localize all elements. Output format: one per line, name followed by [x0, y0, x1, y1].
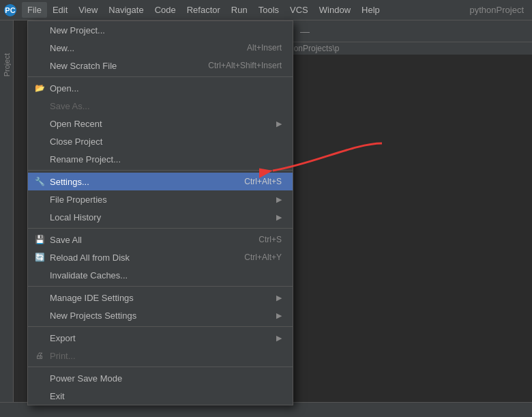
settings-label: Settings... [50, 177, 89, 187]
menu-exit[interactable]: Exit [28, 387, 293, 405]
settings-shortcut: Ctrl+Alt+S [244, 177, 282, 186]
menu-new-project[interactable]: New Project... [28, 21, 293, 39]
separator-4 [28, 286, 293, 287]
close-project-label: Close Project [50, 136, 102, 147]
menu-view[interactable]: View [73, 2, 103, 18]
save-icon: 💾 [33, 235, 46, 244]
menu-invalidate-caches[interactable]: Invalidate Caches... [28, 266, 293, 284]
menu-rename-project[interactable]: Rename Project... [28, 150, 293, 168]
reload-icon: 🔄 [33, 253, 46, 262]
exit-label: Exit [50, 391, 65, 401]
file-properties-label: File Properties [50, 195, 107, 205]
ide-area: ⚙ — pythonProjects\p [273, 20, 532, 417]
menu-edit[interactable]: Edit [47, 2, 73, 18]
print-icon: 🖨 [33, 351, 46, 360]
new-shortcut: Alt+Insert [247, 43, 282, 53]
menu-file-properties[interactable]: File Properties ▶ [28, 190, 293, 208]
save-all-shortcut: Ctrl+S [258, 235, 282, 244]
separator-1 [28, 76, 293, 77]
menu-close-project[interactable]: Close Project [28, 132, 293, 150]
new-label: New... [50, 43, 74, 53]
export-label: Export [50, 333, 76, 343]
menu-window[interactable]: Window [314, 2, 356, 18]
print-label: Print... [50, 351, 76, 361]
separator-5 [28, 326, 293, 327]
app-icon: PC [3, 3, 18, 18]
invalidate-caches-label: Invalidate Caches... [50, 270, 128, 281]
menu-export[interactable]: Export ▶ [28, 329, 293, 347]
new-scratch-label: New Scratch File [50, 61, 117, 71]
separator-3 [28, 228, 293, 229]
menu-save-as: Save As... [28, 97, 293, 115]
new-project-label: New Project... [50, 25, 105, 35]
menu-local-history[interactable]: Local History ▶ [28, 208, 293, 226]
new-projects-settings-arrow: ▶ [276, 311, 282, 320]
menu-new[interactable]: New... Alt+Insert [28, 39, 293, 57]
reload-all-shortcut: Ctrl+Alt+Y [244, 253, 282, 262]
menu-open[interactable]: 📂 Open... [28, 79, 293, 97]
new-scratch-shortcut: Ctrl+Alt+Shift+Insert [208, 61, 282, 70]
menu-open-recent[interactable]: Open Recent ▶ [28, 115, 293, 132]
menu-vcs[interactable]: VCS [284, 2, 314, 18]
menubar: PC File Edit View Navigate Code Refactor… [0, 0, 532, 20]
ide-toolbar: ⚙ — [273, 20, 532, 42]
save-all-label: Save All [50, 235, 82, 245]
svg-text:PC: PC [5, 6, 15, 14]
manage-ide-arrow: ▶ [276, 293, 282, 302]
minimize-icon[interactable]: — [297, 24, 312, 39]
sidebar-project-tab[interactable]: Project [1, 48, 12, 82]
separator-2 [28, 170, 293, 171]
menu-settings[interactable]: 🔧 Settings... Ctrl+Alt+S [28, 173, 293, 190]
open-label: Open... [50, 83, 79, 94]
menu-manage-ide[interactable]: Manage IDE Settings ▶ [28, 289, 293, 306]
left-sidebar: Project [0, 20, 14, 417]
separator-6 [28, 366, 293, 367]
open-recent-arrow: ▶ [276, 119, 282, 128]
menu-new-projects-settings[interactable]: New Projects Settings ▶ [28, 306, 293, 324]
menu-code[interactable]: Code [149, 2, 181, 18]
menu-refactor[interactable]: Refactor [181, 2, 226, 18]
project-name: pythonProject [470, 5, 530, 15]
menu-print: 🖨 Print... [28, 347, 293, 364]
settings-wrench-icon: 🔧 [33, 177, 46, 186]
menu-tools[interactable]: Tools [253, 2, 284, 18]
menu-file[interactable]: File [22, 2, 47, 18]
power-save-label: Power Save Mode [50, 373, 122, 384]
path-bar: pythonProjects\p [273, 42, 532, 55]
menu-power-save[interactable]: Power Save Mode [28, 369, 293, 387]
file-properties-arrow: ▶ [276, 195, 282, 204]
menu-run[interactable]: Run [226, 2, 253, 18]
export-arrow: ▶ [276, 334, 282, 343]
menu-reload-all[interactable]: 🔄 Reload All from Disk Ctrl+Alt+Y [28, 248, 293, 266]
file-dropdown: New Project... New... Alt+Insert New Scr… [27, 20, 293, 405]
local-history-arrow: ▶ [276, 213, 282, 222]
menu-new-scratch[interactable]: New Scratch File Ctrl+Alt+Shift+Insert [28, 57, 293, 74]
manage-ide-label: Manage IDE Settings [50, 293, 134, 303]
menu-save-all[interactable]: 💾 Save All Ctrl+S [28, 231, 293, 248]
reload-all-label: Reload All from Disk [50, 253, 130, 263]
new-projects-settings-label: New Projects Settings [50, 311, 136, 321]
menu-navigate[interactable]: Navigate [103, 2, 149, 18]
open-recent-label: Open Recent [50, 119, 102, 129]
rename-project-label: Rename Project... [50, 154, 121, 164]
open-folder-icon: 📂 [33, 83, 46, 93]
save-as-label: Save As... [50, 101, 90, 111]
local-history-label: Local History [50, 212, 101, 222]
menu-help[interactable]: Help [356, 2, 385, 18]
